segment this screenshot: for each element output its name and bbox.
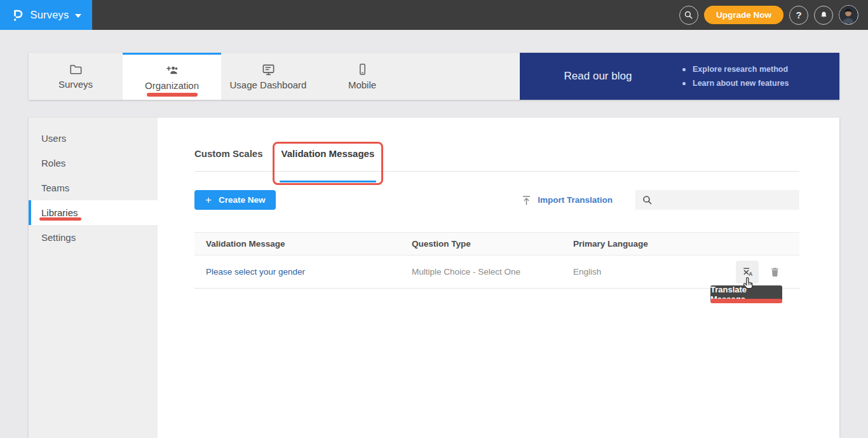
questionpro-logo-icon bbox=[11, 8, 24, 23]
help-button[interactable]: ? bbox=[789, 6, 808, 25]
sidebar-item-users[interactable]: Users bbox=[29, 126, 158, 151]
question-type-cell: Multiple Choice - Select One bbox=[412, 267, 573, 277]
nav-tab-surveys[interactable]: Surveys bbox=[29, 53, 123, 100]
delete-button[interactable] bbox=[769, 266, 781, 278]
tab-label: Validation Messages bbox=[281, 148, 375, 159]
topbar-actions: Upgrade Now ? bbox=[679, 5, 868, 25]
banner-bullet-text: Explore research method bbox=[693, 65, 788, 74]
primary-language-cell: English bbox=[573, 267, 736, 277]
column-header-question-type: Question Type bbox=[412, 239, 573, 249]
nav-tab-organization[interactable]: Organization bbox=[123, 53, 221, 100]
active-tab-indicator bbox=[280, 181, 377, 182]
search-box bbox=[635, 190, 799, 210]
table-header: Validation Message Question Type Primary… bbox=[194, 232, 799, 256]
sidebar-item-libraries[interactable]: Libraries bbox=[29, 200, 158, 225]
sidebar-item-settings[interactable]: Settings bbox=[29, 225, 158, 250]
settings-sidebar: Users Roles Teams Libraries Settings bbox=[29, 118, 158, 438]
sidebar-item-label: Roles bbox=[41, 158, 65, 168]
mobile-icon bbox=[356, 62, 369, 76]
annotation-underline bbox=[147, 93, 198, 97]
import-translation-label: Import Translation bbox=[538, 195, 613, 205]
main-panel: Users Roles Teams Libraries Settings Cus… bbox=[29, 118, 839, 438]
validation-messages-table: Validation Message Question Type Primary… bbox=[194, 232, 799, 289]
bullet-icon bbox=[682, 68, 686, 71]
table-row: Please select your gender Multiple Choic… bbox=[194, 256, 799, 289]
nav-tab-label: Organization bbox=[145, 80, 199, 91]
nav-tab-usage-dashboard[interactable]: Usage Dashboard bbox=[221, 53, 315, 100]
validation-message-link[interactable]: Please select your gender bbox=[206, 267, 305, 277]
sidebar-item-label: Teams bbox=[41, 182, 69, 193]
nav-tab-label: Usage Dashboard bbox=[230, 79, 307, 90]
create-new-button[interactable]: + Create New bbox=[194, 190, 276, 210]
blog-banner[interactable]: Read our blog Explore research method Le… bbox=[520, 53, 839, 100]
banner-title: Read our blog bbox=[520, 70, 676, 83]
topbar: Surveys Upgrade Now ? bbox=[0, 0, 868, 30]
search-icon bbox=[642, 195, 653, 205]
column-header-primary-language: Primary Language bbox=[573, 239, 736, 249]
nav-tab-label: Mobile bbox=[348, 79, 376, 90]
tab-custom-scales[interactable]: Custom Scales bbox=[194, 148, 263, 171]
sidebar-item-teams[interactable]: Teams bbox=[29, 175, 158, 200]
folder-icon bbox=[69, 63, 83, 76]
dashboard-icon bbox=[261, 63, 276, 76]
hand-cursor-icon bbox=[743, 277, 755, 292]
bell-icon bbox=[819, 10, 829, 20]
search-button[interactable] bbox=[679, 6, 698, 25]
libraries-content: Custom Scales Validation Messages + Crea… bbox=[158, 118, 839, 438]
search-input[interactable] bbox=[653, 195, 799, 205]
toolbar-right: Import Translation bbox=[520, 190, 799, 210]
annotation-underline bbox=[39, 217, 81, 221]
banner-bullet: Learn about new features bbox=[682, 79, 789, 88]
sidebar-item-label: Settings bbox=[41, 232, 76, 243]
nav-tab-label: Surveys bbox=[58, 79, 93, 90]
banner-bullet-list: Explore research method Learn about new … bbox=[682, 65, 789, 88]
avatar-photo bbox=[839, 6, 857, 24]
product-name: Surveys bbox=[30, 9, 69, 21]
plus-icon: + bbox=[205, 195, 212, 205]
create-new-label: Create New bbox=[219, 195, 266, 205]
library-tabs: Custom Scales Validation Messages bbox=[194, 148, 799, 172]
column-header-validation-message: Validation Message bbox=[194, 239, 412, 249]
question-mark-icon: ? bbox=[796, 10, 801, 20]
banner-bullet: Explore research method bbox=[682, 65, 789, 74]
nav-tab-mobile[interactable]: Mobile bbox=[315, 53, 409, 100]
tab-validation-messages[interactable]: Validation Messages bbox=[281, 148, 375, 171]
tab-label: Custom Scales bbox=[194, 148, 263, 159]
upload-icon bbox=[520, 194, 532, 207]
import-translation-link[interactable]: Import Translation bbox=[520, 194, 613, 207]
notifications-button[interactable] bbox=[814, 6, 833, 25]
toolbar: + Create New Import Translation bbox=[194, 190, 799, 210]
chevron-down-icon bbox=[75, 14, 81, 18]
primary-nav: Surveys Organization Usage Dashboard Mob… bbox=[29, 53, 839, 100]
banner-bullet-text: Learn about new features bbox=[693, 79, 789, 88]
upgrade-button[interactable]: Upgrade Now bbox=[704, 6, 783, 24]
search-icon bbox=[684, 10, 693, 20]
sidebar-item-roles[interactable]: Roles bbox=[29, 151, 158, 175]
sidebar-item-label: Libraries bbox=[41, 207, 78, 218]
avatar[interactable] bbox=[839, 5, 858, 25]
trash-icon bbox=[769, 266, 781, 278]
product-switcher[interactable]: Surveys bbox=[0, 0, 92, 30]
bullet-icon bbox=[682, 82, 686, 85]
group-add-icon bbox=[164, 64, 180, 77]
sidebar-item-label: Users bbox=[41, 133, 66, 144]
annotation-underline bbox=[710, 299, 782, 303]
